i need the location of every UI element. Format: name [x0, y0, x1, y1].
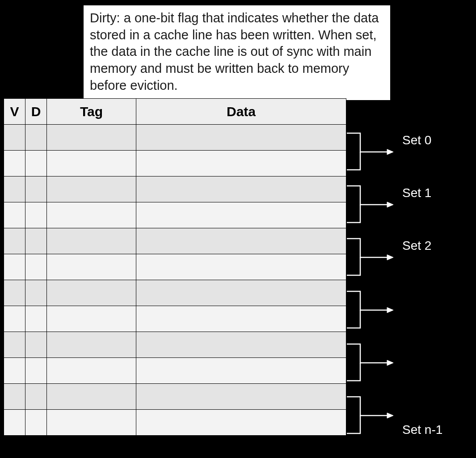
- set-label-1: Set 1: [402, 187, 431, 199]
- cache-row: [4, 254, 346, 280]
- svg-marker-0: [387, 149, 393, 155]
- cache-row: [4, 332, 346, 358]
- svg-marker-2: [387, 255, 393, 260]
- cache-row: [4, 176, 346, 202]
- svg-marker-5: [387, 413, 393, 418]
- cache-row: [4, 358, 346, 384]
- set-arrow-3: [347, 283, 400, 337]
- cache-row: [4, 151, 346, 176]
- set-label-2: Set 2: [402, 240, 431, 252]
- set-arrow-0: [347, 125, 400, 179]
- set-arrow-2: [347, 231, 400, 284]
- header-data: Data: [136, 99, 346, 125]
- cache-row: [4, 280, 346, 306]
- cache-row: [4, 125, 346, 151]
- cache-row: [4, 384, 346, 410]
- table-header-row: V D Tag Data: [4, 99, 346, 125]
- svg-marker-1: [387, 202, 393, 207]
- cache-row: [4, 410, 346, 436]
- header-tag: Tag: [47, 99, 136, 125]
- cache-row: [4, 202, 346, 228]
- set-label-n-1: Set n-1: [402, 424, 442, 436]
- table-body: [4, 125, 346, 436]
- svg-marker-4: [387, 360, 393, 366]
- callout-text: Dirty: a one-bit flag that indicates whe…: [90, 11, 379, 92]
- cache-table: V D Tag Data: [4, 98, 346, 436]
- header-valid: V: [4, 99, 25, 125]
- set-arrow-4: [347, 336, 400, 390]
- set-label-0: Set 0: [402, 134, 431, 147]
- svg-marker-3: [387, 307, 393, 313]
- set-arrow-1: [347, 178, 400, 231]
- cache-row: [4, 306, 346, 332]
- header-dirty: D: [25, 99, 47, 125]
- set-arrow-5: [347, 389, 400, 442]
- dirty-flag-callout: Dirty: a one-bit flag that indicates whe…: [83, 4, 391, 101]
- cache-row: [4, 228, 346, 254]
